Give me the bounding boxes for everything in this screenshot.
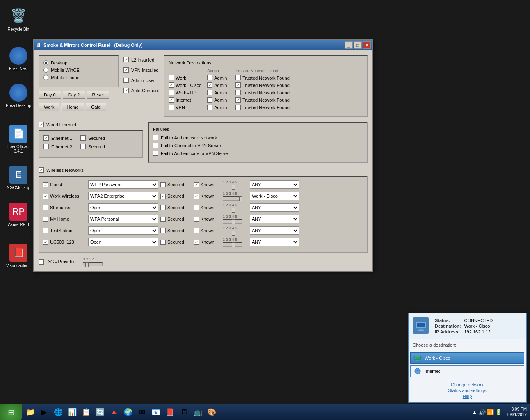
cb-guest[interactable] [43,182,48,187]
taskbar-mindmap-icon[interactable]: 🔄 [94,406,107,419]
taskbar-outlook-icon[interactable]: ✉ [135,406,148,419]
desktop-icon-prezi-next[interactable]: Prezi Next [2,45,35,73]
cb-vpn-admin[interactable] [207,105,212,110]
dest-option-work-cisco[interactable]: Work - Cisco [410,352,524,364]
desktop-icon-visio[interactable]: 📕 Visio-cabler... [2,242,35,269]
radio-mobile-wince-input[interactable] [43,68,48,73]
cb-auto-connect[interactable]: Auto-Connect [123,88,159,93]
cb-internet-admin[interactable] [207,97,212,103]
taskbar-mail-icon[interactable]: 📧 [149,406,162,419]
cb-my-home[interactable] [43,217,48,222]
cb-work-hp-admin[interactable] [207,90,212,95]
cb-threeg[interactable] [39,259,44,265]
systray-volume-icon[interactable]: 🔊 [479,409,486,415]
taskbar-axure-icon[interactable]: 🔺 [107,406,121,419]
starbucks-type-select[interactable]: Open [88,203,158,212]
radio-desktop-input[interactable] [43,60,48,65]
cb-work-admin[interactable] [207,75,212,80]
start-button[interactable]: ⊞ [0,404,22,420]
my-home-dest-select[interactable]: ANY [250,215,299,223]
taskbar-pdf-icon[interactable]: 📕 [163,406,176,419]
cb-wired-ethernet[interactable] [39,122,44,127]
cb-my-home-known[interactable] [194,217,199,222]
desktop-icon-ngcmockup[interactable]: 🖥 NGCMockup [2,164,35,192]
taskbar-photoshop-icon[interactable]: 🎨 [205,406,218,419]
cb-vpn-trusted[interactable] [235,105,241,110]
cb-starbucks-known[interactable] [194,205,199,210]
work-button[interactable]: Work [39,103,59,111]
work-wireless-dest-select[interactable]: Work - Cisco [250,192,299,200]
my-home-type-select[interactable]: WPA Personal [88,215,158,223]
desktop-icon-axure[interactable]: RP Axure RP 8 [2,201,35,228]
cb-work[interactable] [169,75,174,80]
change-network-link[interactable]: Change network [411,382,523,387]
cb-teststation-secured[interactable] [160,228,166,233]
taskbar-visio-icon[interactable]: 📋 [80,406,93,419]
status-settings-link[interactable]: Status and settings [411,388,523,393]
cb-starbucks[interactable] [43,205,48,210]
taskbar-ie-icon[interactable]: 🌐 [52,406,65,419]
cb-fail-connect-vpn-input[interactable] [153,143,158,148]
day2-button[interactable]: Day 2 [63,91,85,99]
desktop-icon-prezi-desktop[interactable]: Prezi Desktop [2,82,35,110]
cb-starbucks-secured[interactable] [160,205,166,210]
guest-type-select[interactable]: WEP Password [88,180,158,189]
guest-dest-select[interactable]: ANY [250,180,299,189]
cb-vpn[interactable] [169,105,174,110]
minimize-button[interactable]: _ [345,41,353,49]
cb-vpn-installed[interactable]: VPN Installed [123,67,159,73]
reset-button[interactable]: Reset [87,91,110,99]
uc500-type-select[interactable]: Open [88,238,158,246]
teststation-type-select[interactable]: Open [88,226,158,235]
radio-desktop[interactable]: Desktop [43,60,114,65]
taskbar-powerpoint-icon[interactable]: 📊 [66,406,79,419]
cb-uc500-known[interactable] [194,240,199,245]
dest-option-internet[interactable]: Internet [410,365,524,377]
cb-guest-known[interactable] [194,182,199,187]
cb-eth1-secured[interactable] [80,135,86,141]
taskbar-screen-icon[interactable]: 🖥 [177,406,190,419]
cb-l2-installed-input[interactable] [123,57,129,62]
cb-internet[interactable] [169,97,174,103]
taskbar-explorer-icon[interactable]: 📁 [24,406,37,419]
cb-work-cisco-trusted[interactable] [235,82,241,88]
cb-teststation-known[interactable] [194,228,199,233]
cb-work-hp[interactable] [169,90,174,95]
cb-guest-secured[interactable] [160,182,166,187]
maximize-button[interactable]: □ [354,41,362,49]
radio-mobile-wince[interactable]: Mobile WinCE [43,68,114,73]
cb-uc500[interactable] [43,240,48,245]
cb-fail-auth-network[interactable]: Fail to Authenticate Network [153,135,363,140]
radio-mobile-iphone-input[interactable] [43,75,48,80]
taskbar-dashboard-icon[interactable]: 📺 [191,406,204,419]
cb-fail-auth-vpn[interactable]: Fail to Authenticate to VPN Server [153,151,363,156]
taskbar-media-icon[interactable]: ▶ [38,406,51,419]
cb-teststation[interactable] [43,228,48,233]
cb-l2-installed[interactable]: L2 Installed [123,57,159,62]
cb-work-wireless-secured[interactable] [160,194,166,199]
help-link[interactable]: Help [411,394,523,399]
cb-work-cisco[interactable] [169,82,174,88]
teststation-dest-select[interactable]: ANY [250,226,299,235]
cafe-button[interactable]: Cafe [86,103,106,111]
cb-admin-user-input[interactable] [123,78,129,83]
taskbar-chrome-icon[interactable]: 🌍 [121,406,135,419]
cb-my-home-secured[interactable] [160,217,166,222]
cb-eth1[interactable] [43,135,49,141]
desktop-icon-openoffice[interactable]: 📄 OpenOffice...3.4.1 [2,123,35,155]
cb-work-wireless[interactable] [43,194,48,199]
cb-work-cisco-admin[interactable] [207,82,212,88]
home-button[interactable]: Home [61,103,84,111]
cb-eth2-secured[interactable] [80,144,86,149]
systray-arrow-icon[interactable]: ▲ [472,409,477,415]
cb-fail-auth-vpn-input[interactable] [153,151,158,156]
cb-fail-connect-vpn[interactable]: Fail to Connect to VPN Server [153,143,363,148]
cb-vpn-installed-input[interactable] [123,67,129,73]
cb-internet-trusted[interactable] [235,97,241,103]
systray-battery-icon[interactable]: 🔋 [495,409,502,415]
close-button[interactable]: ✕ [363,41,371,49]
cb-admin-user[interactable]: Admin User [123,78,159,83]
cb-eth2[interactable] [43,144,49,149]
cb-work-hp-trusted[interactable] [235,90,241,95]
desktop-icon-recycle-bin[interactable]: 🗑️ Recycle Bin [2,4,35,33]
